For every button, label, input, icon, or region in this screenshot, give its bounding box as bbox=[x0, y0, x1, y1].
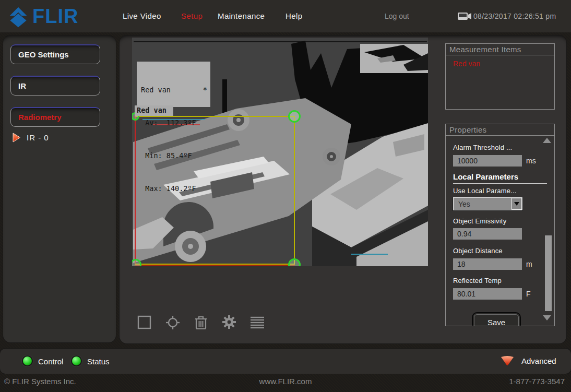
nav-live-video[interactable]: Live Video bbox=[123, 11, 161, 20]
measurement-items-panel: Measurement Items Red van bbox=[445, 43, 555, 110]
scrollbar-thumb[interactable] bbox=[545, 235, 552, 311]
use-local-parameters-label: Use Local Parame... bbox=[453, 187, 517, 195]
logout-link[interactable]: Log out bbox=[385, 12, 409, 20]
measurement-readings-tooltip: Red van * Av: 112.3ºF Min: 85.4ºF Max: 1… bbox=[137, 62, 210, 107]
advanced-arrow-icon bbox=[500, 356, 515, 366]
object-distance-label: Object Distance bbox=[453, 247, 503, 255]
status-led-icon bbox=[71, 355, 82, 366]
advanced-label: Advanced bbox=[521, 357, 556, 365]
status-label: Status bbox=[87, 357, 110, 366]
tooltip-alarm-star: * bbox=[203, 85, 207, 96]
use-local-parameters-select[interactable]: Yes bbox=[453, 197, 522, 210]
tooltip-title: Red van bbox=[141, 85, 171, 96]
sidebar-button-label: IR bbox=[18, 81, 26, 90]
sidebar-button-label: Radiometry bbox=[18, 113, 62, 122]
datetime-display: 08/23/2017 02:26:51 pm bbox=[473, 12, 556, 20]
measurement-items-header: Measurement Items bbox=[446, 44, 554, 55]
status-bar: Control Status Advanced bbox=[0, 349, 571, 374]
ir-sensor-icon bbox=[13, 133, 21, 142]
control-led-icon bbox=[22, 355, 33, 366]
alarm-threshold-label: Alarm Threshold ... bbox=[453, 144, 512, 151]
object-distance-unit: m bbox=[526, 260, 532, 268]
nav-setup[interactable]: Setup bbox=[181, 11, 203, 20]
tooltip-min-row: Min: 85.4ºF bbox=[141, 150, 207, 161]
spot-tool-button[interactable] bbox=[165, 314, 181, 330]
sidebar-button-label: GEO Settings bbox=[18, 50, 69, 59]
save-button[interactable]: Save bbox=[472, 312, 521, 326]
region-handle-top-right[interactable] bbox=[288, 110, 301, 123]
main-panel: Red van * Av: 112.3ºF Min: 85.4ºF Max: 1… bbox=[120, 35, 566, 343]
chevron-down-icon[interactable] bbox=[511, 198, 522, 210]
measurement-item-red-van[interactable]: Red van bbox=[453, 60, 554, 68]
list-tool-button[interactable] bbox=[249, 314, 265, 330]
alarm-threshold-unit: ms bbox=[526, 157, 536, 165]
reflected-temp-unit: F bbox=[526, 290, 531, 298]
object-emissivity-input[interactable] bbox=[453, 228, 522, 240]
alarm-threshold-input[interactable] bbox=[453, 155, 522, 167]
logo-text: FLIR bbox=[32, 5, 78, 28]
footer: © FLIR Systems Inc. www.FLIR.com 1-877-7… bbox=[0, 374, 571, 392]
footer-phone: 1-877-773-3547 bbox=[509, 377, 565, 386]
local-parameters-heading: Local Parameters bbox=[453, 172, 518, 181]
sidebar-button-radiometry[interactable]: Radiometry bbox=[10, 107, 100, 127]
scroll-up-icon[interactable] bbox=[543, 138, 551, 143]
settings-gear-button[interactable] bbox=[221, 314, 237, 330]
tooltip-max-row: Max: 140.2ºF bbox=[141, 183, 207, 194]
reflected-temp-input[interactable] bbox=[453, 288, 522, 300]
left-sidebar: GEO Settings IR Radiometry IR - 0 bbox=[3, 35, 116, 342]
heading-underline bbox=[453, 183, 547, 184]
select-value: Yes bbox=[454, 200, 511, 208]
region-handle-bottom-left[interactable] bbox=[132, 259, 141, 266]
scroll-down-icon[interactable] bbox=[543, 315, 551, 320]
sidebar-item-ir-0[interactable]: IR - 0 bbox=[13, 133, 49, 142]
nav-maintenance[interactable]: Maintenance bbox=[218, 11, 265, 20]
sidebar-button-geo-settings[interactable]: GEO Settings bbox=[10, 44, 100, 64]
camera-icon bbox=[458, 11, 472, 21]
object-emissivity-label: Object Emissivity bbox=[453, 217, 506, 225]
delete-tool-button[interactable] bbox=[193, 314, 209, 330]
sidebar-item-label: IR - 0 bbox=[27, 133, 49, 142]
flir-logo: FLIR bbox=[6, 4, 78, 28]
advanced-toggle[interactable]: Advanced bbox=[500, 356, 556, 366]
reflected-temp-label: Reflected Temp bbox=[453, 277, 502, 284]
sidebar-button-ir[interactable]: IR bbox=[10, 76, 100, 96]
tooltip-avg-row: Av: 112.3ºF bbox=[141, 117, 207, 128]
top-bar: FLIR Live Video Setup Maintenance Help L… bbox=[0, 0, 571, 32]
thermal-video-image[interactable]: Red van * Av: 112.3ºF Min: 85.4ºF Max: 1… bbox=[132, 38, 428, 266]
object-distance-input[interactable] bbox=[453, 258, 522, 270]
footer-website: www.FLIR.com bbox=[0, 377, 571, 386]
control-label: Control bbox=[38, 357, 63, 366]
flir-diamond-icon bbox=[6, 4, 30, 28]
region-name-tag: Red van bbox=[135, 105, 173, 116]
properties-header: Properties bbox=[446, 124, 554, 136]
rectangle-tool-button[interactable] bbox=[137, 314, 152, 330]
nav-help[interactable]: Help bbox=[286, 11, 302, 20]
measurement-toolbar bbox=[137, 314, 265, 330]
properties-panel: Properties Alarm Threshold ... ms Local … bbox=[445, 124, 555, 326]
